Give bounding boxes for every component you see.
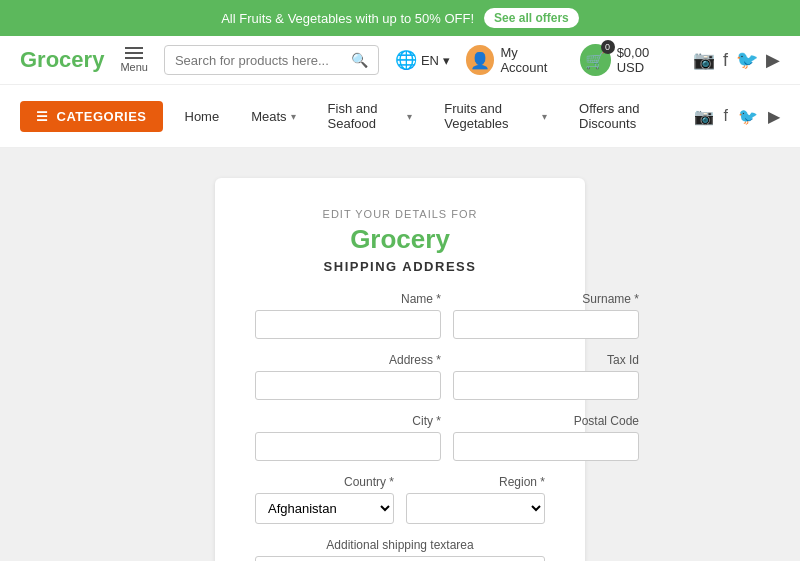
name-surname-row: Name * Surname * <box>255 292 545 339</box>
cart-area[interactable]: 🛒 0 $0,00 USD <box>580 44 677 76</box>
postalcode-label: Postal Code <box>453 414 639 428</box>
see-offers-button[interactable]: See all offers <box>484 8 579 28</box>
cart-badge: 0 <box>601 40 615 54</box>
nav-fish-label: Fish and Seafood <box>328 101 404 131</box>
additional-textarea[interactable] <box>255 556 545 561</box>
avatar: 👤 <box>466 45 494 75</box>
additional-textarea-group: Additional shipping textarea <box>255 538 545 561</box>
nav-item-fruits[interactable]: Fruits and Vegetables ▾ <box>430 93 561 139</box>
fruits-chevron-icon: ▾ <box>542 111 547 122</box>
meats-chevron-icon: ▾ <box>291 111 296 122</box>
main-content: EDIT YOUR DETAILS FOR Grocery SHIPPING A… <box>0 148 800 561</box>
taxid-group: Tax Id <box>453 353 639 400</box>
nav-fruits-label: Fruits and Vegetables <box>444 101 538 131</box>
logo-area[interactable]: Grocery <box>20 47 104 73</box>
address-group: Address * <box>255 353 441 400</box>
additional-label: Additional shipping textarea <box>255 538 545 552</box>
categories-button[interactable]: ☰ CATEGORIES <box>20 101 163 132</box>
account-label: My Account <box>500 45 564 75</box>
name-group: Name * <box>255 292 441 339</box>
form-section-title: SHIPPING ADDRESS <box>255 259 545 274</box>
search-input[interactable] <box>175 53 343 68</box>
address-input[interactable] <box>255 371 441 400</box>
nav-item-fish[interactable]: Fish and Seafood ▾ <box>314 93 427 139</box>
city-label: City * <box>255 414 441 428</box>
navbar-social-icons: 📷 f 🐦 ▶ <box>694 107 780 126</box>
header-right: 🌐 EN ▾ 👤 My Account 🛒 0 $0,00 USD 📷 f 🐦 … <box>395 44 780 76</box>
postalcode-group: Postal Code <box>453 414 639 461</box>
city-group: City * <box>255 414 441 461</box>
taxid-label: Tax Id <box>453 353 639 367</box>
lang-label: EN <box>421 53 439 68</box>
nav-twitter-icon[interactable]: 🐦 <box>738 107 758 126</box>
logo-text: Grocery <box>20 47 104 73</box>
shipping-form-card: EDIT YOUR DETAILS FOR Grocery SHIPPING A… <box>215 178 585 561</box>
address-label: Address * <box>255 353 441 367</box>
search-bar: 🔍 <box>164 45 379 75</box>
surname-group: Surname * <box>453 292 639 339</box>
facebook-icon[interactable]: f <box>723 50 728 71</box>
twitter-icon[interactable]: 🐦 <box>736 49 758 71</box>
cart-price: $0,00 USD <box>617 45 677 75</box>
nav-items: Home Meats ▾ Fish and Seafood ▾ Fruits a… <box>171 93 686 139</box>
language-selector[interactable]: 🌐 EN ▾ <box>395 49 450 71</box>
region-label: Region * <box>406 475 545 489</box>
form-brand: Grocery <box>255 224 545 255</box>
region-group: Region * <box>406 475 545 524</box>
header-social-icons: 📷 f 🐦 ▶ <box>693 49 780 71</box>
form-subtitle: EDIT YOUR DETAILS FOR <box>255 208 545 220</box>
menu-label: Menu <box>120 61 148 73</box>
region-select[interactable] <box>406 493 545 524</box>
nav-offers-label: Offers and Discounts <box>579 101 671 131</box>
fish-chevron-icon: ▾ <box>407 111 412 122</box>
categories-hamburger-icon: ☰ <box>36 109 49 124</box>
globe-icon: 🌐 <box>395 49 417 71</box>
nav-instagram-icon[interactable]: 📷 <box>694 107 714 126</box>
surname-input[interactable] <box>453 310 639 339</box>
categories-label: CATEGORIES <box>57 109 147 124</box>
youtube-icon[interactable]: ▶ <box>766 49 780 71</box>
taxid-input[interactable] <box>453 371 639 400</box>
nav-meats-label: Meats <box>251 109 286 124</box>
nav-item-meats[interactable]: Meats ▾ <box>237 101 309 132</box>
postalcode-input[interactable] <box>453 432 639 461</box>
lang-chevron-icon: ▾ <box>443 53 450 68</box>
cart-icon: 🛒 0 <box>580 44 610 76</box>
city-postal-row: City * Postal Code <box>255 414 545 461</box>
nav-home-label: Home <box>185 109 220 124</box>
nav-youtube-icon[interactable]: ▶ <box>768 107 780 126</box>
banner-text: All Fruits & Vegetables with up to 50% O… <box>221 11 474 26</box>
instagram-icon[interactable]: 📷 <box>693 49 715 71</box>
address-taxid-row: Address * Tax Id <box>255 353 545 400</box>
country-select[interactable]: Afghanistan Albania Algeria United State… <box>255 493 394 524</box>
surname-label: Surname * <box>453 292 639 306</box>
country-group: Country * Afghanistan Albania Algeria Un… <box>255 475 394 524</box>
name-input[interactable] <box>255 310 441 339</box>
name-label: Name * <box>255 292 441 306</box>
navbar: ☰ CATEGORIES Home Meats ▾ Fish and Seafo… <box>0 85 800 148</box>
search-icon[interactable]: 🔍 <box>351 52 368 68</box>
country-region-row: Country * Afghanistan Albania Algeria Un… <box>255 475 545 524</box>
nav-item-offers[interactable]: Offers and Discounts <box>565 93 685 139</box>
hamburger-icon <box>125 47 143 59</box>
city-input[interactable] <box>255 432 441 461</box>
country-label: Country * <box>255 475 394 489</box>
top-banner: All Fruits & Vegetables with up to 50% O… <box>0 0 800 36</box>
header: Grocery Menu 🔍 🌐 EN ▾ 👤 My Account 🛒 0 $… <box>0 36 800 85</box>
nav-item-home[interactable]: Home <box>171 101 234 132</box>
nav-facebook-icon[interactable]: f <box>724 107 728 125</box>
menu-button[interactable]: Menu <box>120 47 148 73</box>
account-area[interactable]: 👤 My Account <box>466 45 564 75</box>
